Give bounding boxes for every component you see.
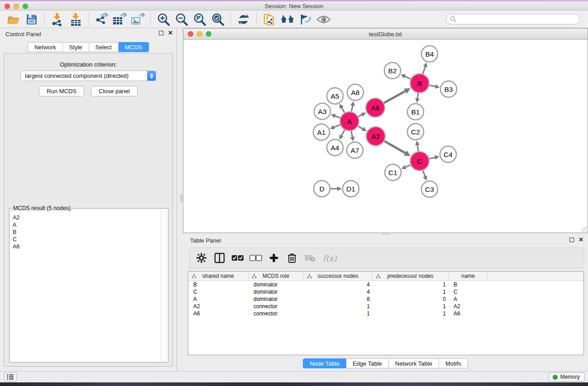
network-canvas[interactable]: B4B2BB3A8A5A6A3B1AA1C2A2A4A7C4CC1C3DD1 bbox=[184, 40, 587, 232]
float-panel-icon[interactable] bbox=[159, 31, 163, 35]
close-panel-icon[interactable]: ✕ bbox=[168, 31, 173, 35]
node-C1[interactable]: C1 bbox=[385, 164, 401, 181]
table-cell[interactable]: dominator bbox=[249, 296, 304, 302]
node-A[interactable]: A bbox=[340, 112, 359, 131]
import-network-icon[interactable] bbox=[48, 12, 67, 27]
task-history-button[interactable] bbox=[4, 372, 17, 381]
table-row[interactable]: A2connector11A2 bbox=[188, 303, 583, 310]
edge-B-B4[interactable] bbox=[423, 67, 425, 74]
table-cell[interactable]: 1 bbox=[373, 281, 449, 288]
clone-network-icon[interactable] bbox=[260, 12, 278, 27]
table-cell[interactable]: dominator bbox=[249, 281, 304, 288]
edge-A-A3[interactable] bbox=[335, 116, 340, 118]
table-cell[interactable]: A bbox=[449, 296, 488, 302]
tab-edge-table[interactable]: Edge Table bbox=[346, 358, 389, 368]
edge-A2-C[interactable] bbox=[384, 141, 406, 153]
column-header-shared-name[interactable]: shared name bbox=[188, 272, 249, 281]
edge-A6-B[interactable] bbox=[384, 91, 405, 103]
edge-C-C1[interactable] bbox=[406, 165, 411, 167]
edge-A-A6[interactable] bbox=[358, 114, 362, 116]
table-cell[interactable]: A2 bbox=[188, 303, 249, 310]
table-cell[interactable]: 4 bbox=[304, 289, 373, 295]
delete-column-icon[interactable] bbox=[284, 250, 300, 266]
node-A3[interactable]: A3 bbox=[314, 103, 330, 119]
show-hide-view-icon[interactable] bbox=[315, 12, 333, 27]
edge-A-A8[interactable] bbox=[351, 105, 353, 111]
edge-B-B1[interactable] bbox=[417, 93, 418, 99]
table-cell[interactable]: C bbox=[449, 289, 488, 295]
zoom-out-icon[interactable] bbox=[172, 12, 191, 27]
tab-network[interactable]: Network bbox=[28, 42, 63, 52]
node-C3[interactable]: C3 bbox=[421, 181, 438, 197]
tab-motifs[interactable]: Motifs bbox=[439, 358, 468, 368]
table-cell[interactable]: 8 bbox=[304, 296, 373, 302]
save-session-icon[interactable] bbox=[23, 12, 41, 27]
node-A7[interactable]: A7 bbox=[347, 142, 363, 158]
node-A2[interactable]: A2 bbox=[366, 127, 385, 146]
result-scrollbar[interactable] bbox=[161, 209, 167, 362]
open-file-icon[interactable] bbox=[5, 12, 23, 27]
table-row[interactable]: Bdominator41B bbox=[188, 281, 583, 288]
zoom-in-icon[interactable] bbox=[154, 12, 172, 27]
unselect-all-columns-icon[interactable] bbox=[248, 250, 264, 266]
table-cell[interactable]: A6 bbox=[449, 310, 488, 317]
table-cell[interactable]: connector bbox=[249, 303, 304, 310]
table-cell[interactable]: 1 bbox=[373, 310, 449, 317]
node-A5[interactable]: A5 bbox=[327, 88, 343, 104]
node-B[interactable]: B bbox=[410, 74, 429, 93]
table-row[interactable]: A6connector11A6 bbox=[188, 310, 583, 317]
table-cell[interactable]: 1 bbox=[373, 303, 449, 310]
zoom-selected-icon[interactable] bbox=[209, 12, 227, 27]
export-image-icon[interactable] bbox=[129, 12, 147, 27]
tab-select[interactable]: Select bbox=[89, 42, 119, 52]
zoom-fit-icon[interactable] bbox=[191, 12, 209, 27]
result-item[interactable]: C bbox=[13, 236, 158, 243]
table-cell[interactable]: 0 bbox=[373, 296, 449, 302]
result-item[interactable]: A2 bbox=[13, 214, 158, 221]
table-cell[interactable]: connector bbox=[249, 310, 304, 317]
close-table-panel-icon[interactable]: ✕ bbox=[578, 238, 583, 242]
edge-B-B2[interactable] bbox=[405, 76, 411, 79]
table-cell[interactable]: 1 bbox=[304, 303, 373, 310]
node-A6[interactable]: A6 bbox=[366, 98, 385, 117]
memory-button[interactable]: Memory bbox=[549, 372, 585, 381]
edge-A-A7[interactable] bbox=[351, 131, 352, 137]
table-splitter-handle[interactable] bbox=[382, 232, 390, 234]
node-A8[interactable]: A8 bbox=[347, 84, 363, 100]
node-A4[interactable]: A4 bbox=[327, 139, 343, 156]
panel-splitter-handle[interactable] bbox=[180, 195, 182, 202]
hide-graphics-details-icon[interactable] bbox=[296, 12, 315, 27]
tab-network-table[interactable]: Network Table bbox=[389, 358, 439, 368]
node-D1[interactable]: D1 bbox=[343, 181, 359, 197]
result-item[interactable]: A6 bbox=[13, 243, 158, 250]
tab-style[interactable]: Style bbox=[63, 42, 89, 52]
select-all-columns-icon[interactable] bbox=[229, 250, 246, 266]
table-row[interactable]: Adominator80A bbox=[188, 295, 583, 303]
node-C[interactable]: C bbox=[410, 152, 429, 171]
import-table-icon[interactable] bbox=[67, 12, 85, 27]
node-B3[interactable]: B3 bbox=[440, 81, 457, 97]
edge-C-C2[interactable] bbox=[417, 145, 418, 151]
table-row[interactable]: Cdominator41C bbox=[188, 288, 583, 295]
table-cell[interactable]: C bbox=[188, 289, 249, 295]
table-cell[interactable]: A bbox=[188, 296, 249, 302]
result-item[interactable]: B bbox=[13, 229, 158, 236]
node-A1[interactable]: A1 bbox=[313, 124, 330, 140]
table-cell[interactable]: 1 bbox=[304, 310, 373, 317]
node-B1[interactable]: B1 bbox=[407, 104, 424, 120]
optimization-criterion-dropdown[interactable]: largest connected component (directed) bbox=[20, 71, 156, 81]
node-B2[interactable]: B2 bbox=[384, 62, 401, 79]
table-cell[interactable]: A2 bbox=[449, 303, 488, 310]
table-cell[interactable]: 1 bbox=[373, 289, 449, 295]
table-cell[interactable]: dominator bbox=[249, 289, 304, 295]
column-header-successor-nodes[interactable]: successor nodes bbox=[304, 272, 373, 281]
close-panel-button[interactable]: Close panel bbox=[91, 86, 138, 96]
node-D[interactable]: D bbox=[314, 181, 330, 197]
column-header-predecessor-nodes[interactable]: predecessor nodes bbox=[373, 272, 449, 281]
node-table[interactable]: shared nameMCDS rolesuccessor nodesprede… bbox=[188, 271, 584, 355]
node-C4[interactable]: C4 bbox=[440, 146, 456, 162]
float-table-panel-icon[interactable] bbox=[569, 238, 574, 242]
export-network-icon[interactable] bbox=[92, 12, 110, 27]
show-column-icon[interactable] bbox=[211, 250, 228, 266]
edge-B-B3[interactable] bbox=[430, 85, 435, 86]
